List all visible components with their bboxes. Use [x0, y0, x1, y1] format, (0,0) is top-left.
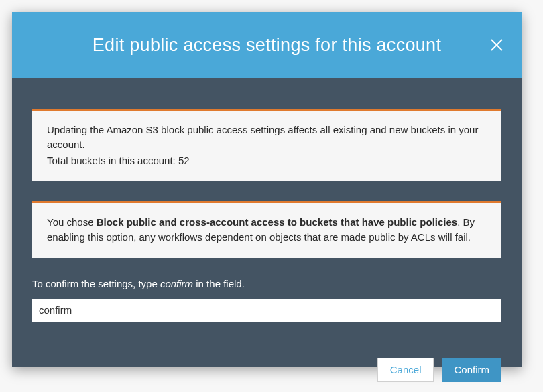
warning-text-line2: Total buckets in this account: 52: [47, 153, 487, 168]
warning-text-line1: Updating the Amazon S3 block public acce…: [47, 123, 487, 152]
modal-footer: Cancel Confirm: [12, 335, 522, 382]
confirm-input[interactable]: [32, 299, 501, 322]
modal-header: Edit public access settings for this acc…: [12, 12, 522, 78]
warning-box-policy: You chose Block public and cross-account…: [32, 201, 501, 258]
confirm-instruction-keyword: confirm: [160, 278, 193, 289]
confirm-instruction-suffix: in the field.: [193, 278, 245, 289]
bucket-count-value: 52: [178, 155, 190, 166]
policy-text-prefix: You chose: [47, 216, 97, 228]
modal-dialog: Edit public access settings for this acc…: [12, 12, 522, 367]
page-backdrop: Edit public access settings for this acc…: [0, 0, 543, 392]
close-button[interactable]: [487, 35, 507, 55]
cancel-button[interactable]: Cancel: [377, 358, 434, 382]
policy-text-bold: Block public and cross-account access to…: [97, 216, 458, 228]
confirm-button[interactable]: Confirm: [442, 358, 501, 382]
bucket-count-prefix: Total buckets in this account:: [47, 155, 178, 166]
confirm-instruction-prefix: To confirm the settings, type: [32, 278, 160, 289]
modal-body: Updating the Amazon S3 block public acce…: [12, 78, 522, 335]
modal-title: Edit public access settings for this acc…: [93, 35, 441, 56]
close-icon: [489, 38, 504, 52]
warning-box-buckets: Updating the Amazon S3 block public acce…: [32, 109, 501, 181]
confirm-instruction: To confirm the settings, type confirm in…: [32, 278, 501, 289]
